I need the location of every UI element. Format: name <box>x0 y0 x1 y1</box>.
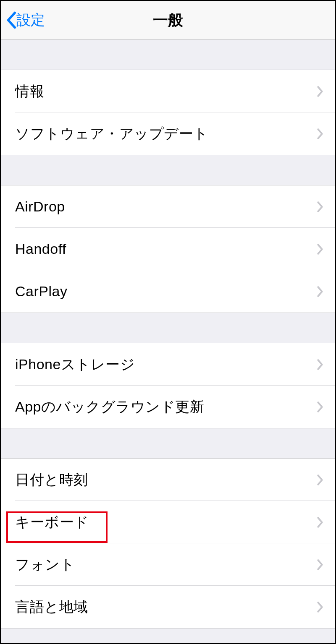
row-about[interactable]: 情報 <box>1 70 335 112</box>
row-date-time[interactable]: 日付と時刻 <box>1 459 335 501</box>
back-label: 設定 <box>16 10 45 30</box>
group-spacer <box>1 313 335 343</box>
group-1: AirDrop Handoff CarPlay <box>1 185 335 313</box>
row-label: 言語と地域 <box>15 597 88 617</box>
row-label: AirDrop <box>15 198 65 215</box>
row-fonts[interactable]: フォント <box>1 543 335 586</box>
group-3: 日付と時刻 キーボード フォント 言語と地域 <box>1 459 335 628</box>
chevron-right-icon <box>317 559 323 571</box>
chevron-right-icon <box>317 601 323 613</box>
chevron-left-icon <box>6 11 16 29</box>
group-spacer <box>1 155 335 185</box>
row-keyboard[interactable]: キーボード <box>1 501 335 543</box>
row-label: Handoff <box>15 241 66 257</box>
row-carplay[interactable]: CarPlay <box>1 270 335 313</box>
row-label: Appのバックグラウンド更新 <box>15 397 205 417</box>
row-software-update[interactable]: ソフトウェア・アップデート <box>1 112 335 155</box>
row-label: CarPlay <box>15 283 67 300</box>
page-title: 一般 <box>153 10 183 31</box>
chevron-right-icon <box>317 243 323 255</box>
group-spacer <box>1 40 335 70</box>
row-handoff[interactable]: Handoff <box>1 228 335 270</box>
chevron-right-icon <box>317 286 323 297</box>
chevron-right-icon <box>317 516 323 528</box>
group-spacer <box>1 428 335 459</box>
chevron-right-icon <box>317 86 323 97</box>
navbar: 設定 一般 <box>1 1 335 40</box>
row-label: 日付と時刻 <box>15 470 88 490</box>
row-language-region[interactable]: 言語と地域 <box>1 586 335 628</box>
row-background-app-refresh[interactable]: Appのバックグラウンド更新 <box>1 386 335 428</box>
chevron-right-icon <box>317 201 323 213</box>
row-airdrop[interactable]: AirDrop <box>1 185 335 228</box>
chevron-right-icon <box>317 474 323 486</box>
row-label: ソフトウェア・アップデート <box>15 124 208 143</box>
chevron-right-icon <box>317 128 323 140</box>
back-button[interactable]: 設定 <box>1 10 45 30</box>
chevron-right-icon <box>317 359 323 370</box>
row-label: フォント <box>15 555 75 574</box>
group-0: 情報 ソフトウェア・アップデート <box>1 70 335 155</box>
row-label: 情報 <box>15 82 44 101</box>
chevron-right-icon <box>317 401 323 413</box>
group-2: iPhoneストレージ Appのバックグラウンド更新 <box>1 343 335 428</box>
row-label: iPhoneストレージ <box>15 355 135 374</box>
row-iphone-storage[interactable]: iPhoneストレージ <box>1 343 335 386</box>
row-label: キーボード <box>15 513 89 532</box>
